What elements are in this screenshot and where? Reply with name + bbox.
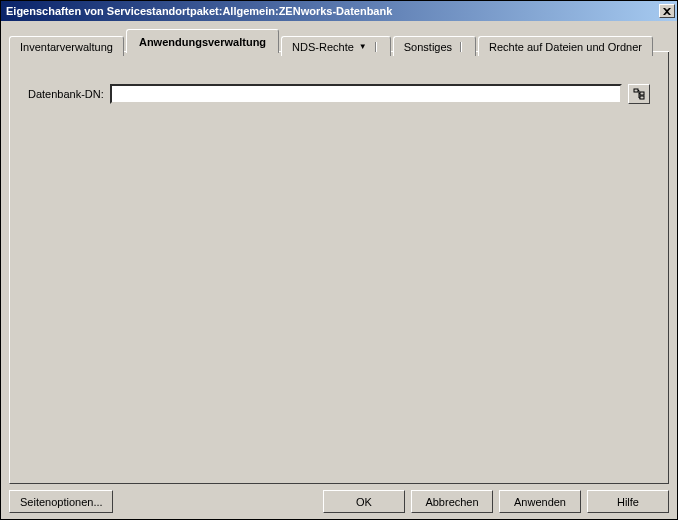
tab-label: Anwendungsverwaltung xyxy=(139,36,266,48)
title-bar: Eigenschaften von Servicestandortpaket:A… xyxy=(1,1,677,21)
svg-rect-2 xyxy=(640,96,644,99)
client-area: Inventarverwaltung Anwendungsverwaltung … xyxy=(1,21,677,519)
tab-rechte-dateien-ordner[interactable]: Rechte auf Dateien und Ordner xyxy=(478,36,653,56)
chevron-down-icon: ▼ xyxy=(359,42,367,51)
tab-nds-rechte[interactable]: NDS-Rechte ▼ xyxy=(281,36,391,56)
datenbank-dn-label: Datenbank-DN: xyxy=(28,88,104,100)
datenbank-dn-input[interactable] xyxy=(110,84,622,104)
tab-label: Inventarverwaltung xyxy=(20,41,113,53)
tab-anwendungsverwaltung[interactable]: Anwendungsverwaltung xyxy=(126,29,279,53)
cancel-button[interactable]: Abbrechen xyxy=(411,490,493,513)
tabs: Inventarverwaltung Anwendungsverwaltung … xyxy=(9,29,669,53)
apply-button[interactable]: Anwenden xyxy=(499,490,581,513)
help-button[interactable]: Hilfe xyxy=(587,490,669,513)
tab-inventarverwaltung[interactable]: Inventarverwaltung xyxy=(9,36,124,56)
tree-browse-icon xyxy=(633,88,645,100)
page-options-button[interactable]: Seitenoptionen... xyxy=(9,490,113,513)
tab-separator xyxy=(460,42,462,52)
tab-sonstiges[interactable]: Sonstiges xyxy=(393,36,476,56)
tab-separator xyxy=(375,42,377,52)
close-button[interactable] xyxy=(659,4,675,18)
tab-label: Rechte auf Dateien und Ordner xyxy=(489,41,642,53)
svg-rect-1 xyxy=(640,92,644,95)
browse-button[interactable] xyxy=(628,84,650,104)
dialog-window: Eigenschaften von Servicestandortpaket:A… xyxy=(0,0,678,520)
tab-label: Sonstiges xyxy=(404,41,452,53)
tab-panel: Datenbank-DN: xyxy=(9,52,669,484)
tab-label: NDS-Rechte xyxy=(292,41,354,53)
svg-rect-0 xyxy=(634,89,638,92)
dialog-footer: Seitenoptionen... OK Abbrechen Anwenden … xyxy=(9,484,669,513)
window-title: Eigenschaften von Servicestandortpaket:A… xyxy=(3,5,659,17)
datenbank-dn-row: Datenbank-DN: xyxy=(28,84,650,104)
tab-strip: Inventarverwaltung Anwendungsverwaltung … xyxy=(9,29,669,55)
close-icon xyxy=(663,8,671,15)
ok-button[interactable]: OK xyxy=(323,490,405,513)
